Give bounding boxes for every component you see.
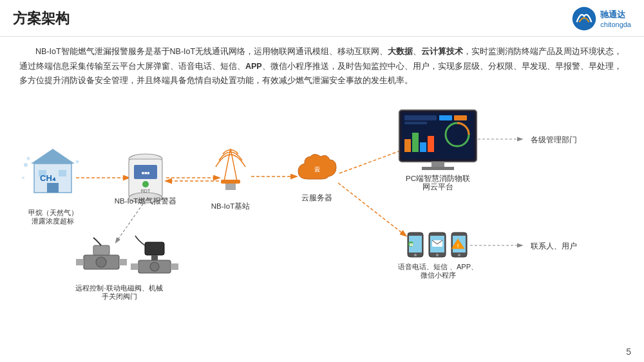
svg-rect-22 [221,180,240,184]
header: 方案架构 驰通达 chitongda [0,0,644,37]
logo-text: 驰通达 chitongda [600,9,631,28]
svg-rect-35 [404,122,427,124]
svg-text:RDT: RDT [141,189,151,193]
svg-text:CH₄: CH₄ [40,173,56,183]
svg-point-10 [76,160,79,163]
svg-point-68 [150,262,159,271]
svg-rect-36 [439,115,452,120]
svg-text:!: ! [457,243,459,249]
svg-text:☎: ☎ [409,243,414,247]
svg-rect-38 [431,162,444,167]
logo-icon [572,6,596,31]
svg-rect-30 [412,133,419,152]
svg-rect-64 [119,259,127,265]
svg-rect-65 [145,242,164,255]
svg-text:泄露浓度超标: 泄露浓度超标 [32,217,74,225]
svg-rect-70 [171,263,178,270]
logo-area: 驰通达 chitongda [572,6,631,31]
svg-rect-63 [76,259,84,265]
svg-text:远程控制·联动电磁阀、机械: 远程控制·联动电磁阀、机械 [75,284,162,292]
svg-rect-32 [428,136,434,152]
svg-point-51 [436,254,439,256]
svg-rect-31 [420,142,426,152]
svg-point-56 [458,254,460,256]
svg-point-7 [24,163,28,167]
svg-rect-34 [404,115,437,120]
svg-text:PC端智慧消防物联: PC端智慧消防物联 [406,175,470,182]
svg-rect-4 [59,170,66,176]
svg-text:云服务器: 云服务器 [301,194,332,202]
svg-text:各级管理部门: 各级管理部门 [531,135,577,144]
svg-rect-5 [47,183,59,193]
svg-point-0 [573,7,596,30]
svg-marker-2 [31,149,75,164]
svg-text:手关闭阀门: 手关闭阀门 [102,292,137,300]
svg-rect-23 [225,184,236,190]
svg-text:甲烷（天然气）: 甲烷（天然气） [28,209,78,216]
svg-point-47 [414,254,417,256]
svg-point-62 [96,257,106,267]
svg-text:■■■: ■■■ [142,171,150,175]
svg-text:云: 云 [314,166,320,173]
svg-rect-37 [454,115,467,120]
main-content: NB-IoT智能燃气泄漏报警服务是基于NB-IoT无线通讯网络，运用物联网通讯模… [0,37,644,342]
svg-rect-61 [93,245,109,255]
page-title: 方案架构 [13,9,70,28]
svg-point-9 [22,176,24,179]
svg-text:微信小程序: 微信小程序 [421,271,456,279]
svg-point-8 [27,157,30,160]
svg-text:联系人、用户: 联系人、用户 [531,242,577,251]
svg-rect-69 [131,263,138,270]
svg-rect-29 [404,139,411,152]
svg-rect-66 [151,255,158,260]
svg-point-18 [142,181,149,187]
intro-text: NB-IoT智能燃气泄漏报警服务是基于NB-IoT无线通讯网络，运用物联网通讯模… [19,44,625,88]
diagram: CH₄ 甲烷（天然气） 泄露浓度超标 ■■■ [19,97,625,336]
svg-text:网云平台: 网云平台 [422,183,453,191]
page-number: 5 [626,347,631,357]
svg-rect-39 [422,167,454,170]
svg-text:NB-IoT基站: NB-IoT基站 [211,202,250,210]
svg-text:语音电话、短信 、APP、: 语音电话、短信 、APP、 [398,263,478,271]
